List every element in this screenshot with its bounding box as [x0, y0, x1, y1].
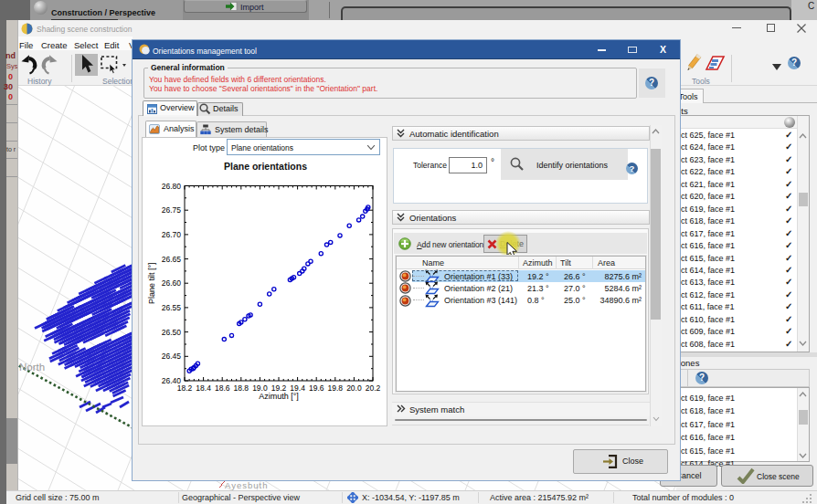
svg-text:18.4: 18.4: [196, 383, 211, 393]
svg-text:26.40: 26.40: [162, 376, 182, 385]
svg-text:26.70: 26.70: [162, 230, 182, 239]
svg-text:18.8: 18.8: [234, 383, 249, 393]
svg-text:20.0: 20.0: [346, 383, 362, 393]
svg-text:18.6: 18.6: [215, 383, 230, 393]
svg-text:26.45: 26.45: [162, 352, 182, 361]
svg-text:20.2: 20.2: [366, 383, 381, 393]
svg-text:26.50: 26.50: [162, 328, 182, 337]
svg-text:26.60: 26.60: [162, 278, 182, 288]
svg-text:North: North: [19, 362, 45, 373]
svg-text:Azimuth [°]: Azimuth [°]: [259, 392, 299, 401]
svg-text:26.80: 26.80: [162, 182, 182, 191]
svg-text:26.75: 26.75: [162, 205, 182, 215]
svg-text:19.8: 19.8: [328, 383, 344, 393]
svg-text:Plane tilt [°]: Plane tilt [°]: [147, 262, 156, 304]
svg-text:26.55: 26.55: [162, 303, 182, 312]
svg-text:Ayesbuth: Ayesbuth: [225, 480, 268, 490]
svg-text:19.6: 19.6: [309, 383, 324, 393]
svg-text:26.65: 26.65: [162, 255, 182, 264]
